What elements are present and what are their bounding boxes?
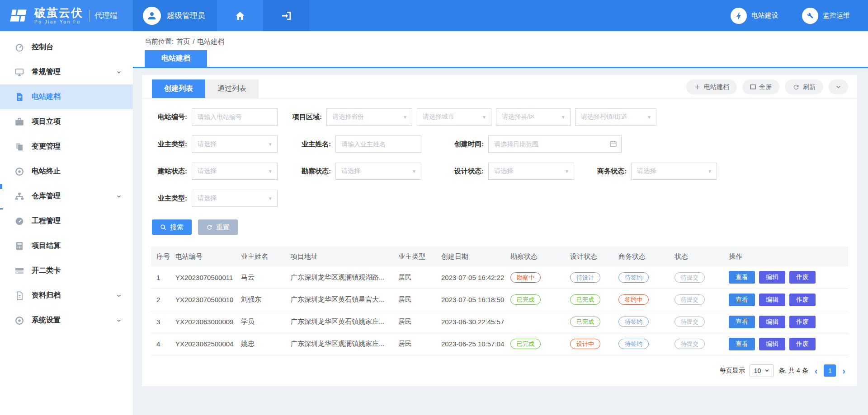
reset-button[interactable]: 重置 bbox=[198, 219, 238, 235]
select-arrow-icon: ▼ bbox=[412, 169, 416, 174]
nav-monitoring-ops[interactable]: 监控运维 bbox=[802, 8, 850, 24]
view-button[interactable]: 查看 bbox=[729, 294, 755, 306]
settings-icon bbox=[14, 316, 24, 326]
page-number-button[interactable]: 1 bbox=[824, 364, 836, 377]
sidebar-item-system-settings[interactable]: 系统设置 bbox=[0, 308, 133, 333]
logout-button[interactable] bbox=[263, 0, 309, 31]
status-badge: 已完成 bbox=[510, 339, 541, 349]
station-code-input[interactable] bbox=[192, 108, 278, 126]
col-project-address: 项目地址 bbox=[289, 247, 396, 266]
wrench-icon bbox=[802, 8, 818, 24]
home-button[interactable] bbox=[217, 0, 263, 31]
table-row: 4 YX2023062500004 姚忠 广东深圳龙华区观澜镇姚家庄... 居民… bbox=[151, 333, 848, 355]
sitemap-icon bbox=[14, 191, 24, 201]
topbar: 当前位置: 首页 / 电站建档 电站建档 bbox=[133, 31, 868, 68]
user-menu[interactable]: 超级管理员 bbox=[133, 0, 217, 31]
nav-label: 电站建设 bbox=[751, 11, 778, 20]
page-tab-station-filing[interactable]: 电站建档 bbox=[145, 50, 207, 67]
status-badge: 签约中 bbox=[618, 294, 649, 305]
sidebar-item-station-termination[interactable]: 电站终止 bbox=[0, 159, 133, 184]
table-row: 2 YX2023070500010 刘强东 广东深圳龙华区黄石镇星官大... 居… bbox=[151, 289, 848, 311]
edit-button[interactable]: 编辑 bbox=[759, 271, 785, 284]
archive-icon bbox=[14, 291, 24, 301]
business-status-select[interactable]: 请选择▼ bbox=[631, 163, 717, 180]
void-button[interactable]: 作废 bbox=[789, 294, 816, 306]
owner-type-select[interactable]: 请选择▼ bbox=[192, 135, 278, 153]
fullscreen-button[interactable]: 全屏 bbox=[742, 79, 779, 94]
document-icon bbox=[14, 92, 24, 102]
view-button[interactable]: 查看 bbox=[729, 338, 755, 350]
table-row: 3 YX2023063000009 学员 广东深圳龙华区黄石镇姚家庄... 居民… bbox=[151, 311, 848, 333]
chevron-down-icon bbox=[835, 84, 842, 90]
select-arrow-icon: ▼ bbox=[268, 169, 273, 174]
logo-subtitle: Po Jian Yun Fu bbox=[34, 19, 83, 24]
filter-form: 电站编号: 项目区域: 请选择省份▼ 请选择城市▼ 请选择县/区▼ bbox=[142, 98, 857, 207]
nav-station-construction[interactable]: 电站建设 bbox=[731, 8, 778, 24]
col-state: 状态 bbox=[673, 247, 727, 266]
build-status-select[interactable]: 请选择▼ bbox=[192, 163, 278, 180]
sidebar-item-console[interactable]: 控制台 bbox=[0, 35, 133, 60]
col-survey-status: 勘察状态 bbox=[509, 247, 568, 266]
per-page-select[interactable]: 10 bbox=[750, 364, 774, 377]
station-code-label: 电站编号: bbox=[152, 113, 192, 121]
void-button[interactable]: 作废 bbox=[789, 271, 816, 284]
owner-name-input[interactable] bbox=[335, 135, 421, 153]
breadcrumb-home-link[interactable]: 首页 bbox=[176, 37, 190, 46]
chevron-down-icon bbox=[116, 293, 122, 299]
tab-create-list[interactable]: 创建列表 bbox=[152, 79, 205, 98]
void-button[interactable]: 作废 bbox=[789, 338, 816, 350]
sidebar-item-project-settlement[interactable]: 项目结算 bbox=[0, 233, 133, 258]
create-station-button[interactable]: 电站建档 bbox=[686, 79, 737, 94]
edit-button[interactable]: 编辑 bbox=[759, 316, 785, 328]
county-select[interactable]: 请选择县/区▼ bbox=[496, 108, 571, 126]
select-arrow-icon: ▼ bbox=[647, 115, 651, 120]
sidebar-item-general-mgmt[interactable]: 常规管理 bbox=[0, 60, 133, 84]
sidebar-item-data-archive[interactable]: 资料归档 bbox=[0, 283, 133, 308]
owner-name-label: 业主姓名: bbox=[296, 140, 335, 149]
date-range-input[interactable] bbox=[488, 135, 622, 153]
sidebar-item-change-mgmt[interactable]: 变更管理 bbox=[0, 134, 133, 159]
province-select[interactable]: 请选择省份▼ bbox=[326, 108, 412, 126]
col-created-date: 创建日期 bbox=[439, 247, 509, 266]
sidebar-scroll-marker bbox=[0, 208, 3, 210]
status-badge: 待提交 bbox=[675, 339, 705, 349]
status-badge: 待提交 bbox=[675, 294, 705, 305]
view-button[interactable]: 查看 bbox=[729, 271, 755, 284]
design-status-select[interactable]: 请选择▼ bbox=[488, 163, 574, 180]
calendar-icon bbox=[609, 140, 617, 148]
collapse-toolbar-button[interactable] bbox=[829, 79, 848, 94]
survey-status-select[interactable]: 请选择▼ bbox=[335, 163, 421, 180]
sidebar-item-station-filing[interactable]: 电站建档 bbox=[0, 84, 133, 109]
view-button[interactable]: 查看 bbox=[729, 316, 755, 328]
city-select[interactable]: 请选择城市▼ bbox=[417, 108, 491, 126]
business-status-label: 商务状态: bbox=[591, 167, 631, 176]
status-badge: 待签约 bbox=[618, 272, 649, 283]
search-button[interactable]: 搜索 bbox=[152, 219, 192, 235]
content-card: 创建列表 通过列表 电站建档 全屏 刷新 bbox=[142, 75, 857, 386]
edit-button[interactable]: 编辑 bbox=[759, 338, 785, 350]
void-button[interactable]: 作废 bbox=[789, 316, 816, 328]
reset-icon bbox=[206, 224, 213, 231]
sidebar-item-engineering-mgmt[interactable]: 工程管理 bbox=[0, 209, 133, 233]
prev-page-button[interactable]: ‹ bbox=[813, 366, 820, 375]
tab-passed-list[interactable]: 通过列表 bbox=[205, 79, 259, 98]
sidebar-item-type2-card[interactable]: 开二类卡 bbox=[0, 258, 133, 283]
col-station-code: 电站编号 bbox=[174, 247, 239, 266]
sidebar-item-warehouse-mgmt[interactable]: 仓库管理 bbox=[0, 184, 133, 209]
breadcrumb-separator: / bbox=[193, 37, 194, 46]
stations-table: 序号 电站编号 业主姓名 项目地址 业主类型 创建日期 勘察状态 设计状态 商务… bbox=[151, 247, 848, 355]
select-arrow-icon: ▼ bbox=[708, 169, 712, 174]
edit-button[interactable]: 编辑 bbox=[759, 294, 785, 306]
refresh-button[interactable]: 刷新 bbox=[785, 79, 823, 94]
plus-icon bbox=[694, 84, 701, 90]
avatar bbox=[143, 7, 161, 25]
col-design-status: 设计状态 bbox=[568, 247, 617, 266]
breadcrumb-current: 电站建档 bbox=[197, 37, 224, 46]
sidebar-item-project-initiation[interactable]: 项目立项 bbox=[0, 109, 133, 134]
build-status-label: 建站状态: bbox=[152, 167, 192, 176]
next-page-button[interactable]: › bbox=[840, 366, 847, 375]
town-select[interactable]: 请选择村镇/街道▼ bbox=[575, 108, 656, 126]
owner-type2-select[interactable]: 请选择▼ bbox=[192, 190, 278, 207]
user-icon bbox=[146, 10, 157, 21]
lightning-icon bbox=[731, 8, 747, 24]
